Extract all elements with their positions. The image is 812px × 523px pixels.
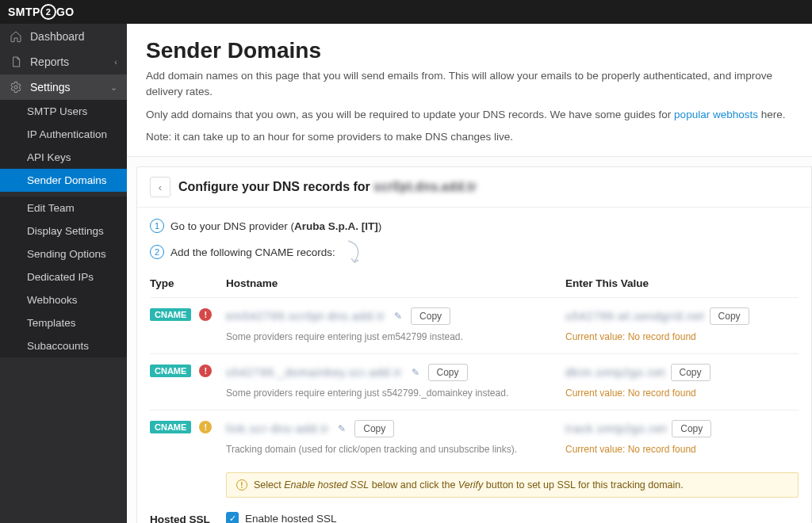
chevron-down-icon: ⌄ bbox=[110, 82, 117, 93]
hosted-ssl-row: Hosted SSL ✓ Enable hosted SSL We automa… bbox=[137, 509, 811, 523]
dns-table-head: Type Hostname Enter This Value bbox=[150, 271, 799, 297]
nav-settings-label: Settings bbox=[30, 81, 71, 94]
cname-badge: CNAME bbox=[150, 421, 191, 433]
hostname-masked: link.scr-dns-add.tr bbox=[226, 422, 329, 435]
copy-value-button[interactable]: Copy bbox=[672, 420, 711, 437]
step-2: 2 Add the following CNAME records: bbox=[150, 239, 799, 265]
value-masked: track.smtp2go.net bbox=[565, 422, 667, 435]
steps: 1 Go to your DNS provider (Aruba S.p.A. … bbox=[137, 208, 811, 265]
step-1: 1 Go to your DNS provider (Aruba S.p.A. … bbox=[150, 219, 799, 233]
cname-badge: CNAME bbox=[150, 365, 191, 377]
pencil-icon[interactable]: ✎ bbox=[408, 365, 423, 380]
page-desc-1: Add domain names on this page that you w… bbox=[146, 68, 793, 101]
settings-subnav-2: Edit Team Display Settings Sending Optio… bbox=[0, 197, 127, 357]
sub-templates[interactable]: Templates bbox=[0, 311, 127, 334]
nav-settings[interactable]: Settings ⌄ bbox=[0, 74, 127, 100]
panel-title: Configure your DNS records for scr0pt.dn… bbox=[178, 180, 477, 194]
sub-subaccounts[interactable]: Subaccounts bbox=[0, 334, 127, 357]
ssl-alert: ! Select Enable hosted SSL below and cli… bbox=[226, 472, 799, 498]
popular-webhosts-link[interactable]: popular webhosts bbox=[674, 109, 758, 120]
checkbox-checked-icon: ✓ bbox=[226, 512, 239, 523]
arrow-icon bbox=[345, 239, 366, 265]
sub-api-keys[interactable]: API Keys bbox=[0, 146, 127, 169]
dns-row: CNAME ! s542799._domainkey.scr.add.tr ✎ … bbox=[150, 353, 799, 410]
settings-subnav-1: SMTP Users IP Authentication API Keys Se… bbox=[0, 100, 127, 192]
page-desc-2: Only add domains that you own, as you wi… bbox=[146, 107, 793, 123]
copy-hostname-button[interactable]: Copy bbox=[428, 364, 468, 381]
hostname-masked: em542799.scr0pt-dns.add.tr bbox=[226, 310, 385, 323]
sub-dedicated-ips[interactable]: Dedicated IPs bbox=[0, 265, 127, 288]
dns-table: Type Hostname Enter This Value CNAME ! e… bbox=[137, 271, 811, 498]
hostname-note: Some providers require entering just em5… bbox=[226, 331, 565, 342]
error-status-icon: ! bbox=[199, 308, 212, 321]
dns-row: CNAME ! link.scr-dns-add.tr ✎ Copy Track… bbox=[150, 410, 799, 466]
sub-sending-options[interactable]: Sending Options bbox=[0, 242, 127, 265]
step-1-num: 1 bbox=[150, 219, 164, 233]
hostname-note: Some providers require entering just s54… bbox=[226, 387, 565, 399]
nav-reports[interactable]: Reports ‹ bbox=[0, 49, 127, 74]
warning-status-icon: ! bbox=[199, 421, 212, 433]
value-masked: u542799.wl.sendgrid.net bbox=[565, 310, 705, 323]
sub-ip-auth[interactable]: IP Authentication bbox=[0, 123, 127, 146]
sub-edit-team[interactable]: Edit Team bbox=[0, 197, 127, 220]
col-val-header: Enter This Value bbox=[565, 277, 799, 289]
brand-mid: 2 bbox=[40, 4, 56, 20]
copy-hostname-button[interactable]: Copy bbox=[411, 307, 450, 325]
chevron-left-icon: ‹ bbox=[114, 57, 117, 67]
error-status-icon: ! bbox=[199, 365, 212, 377]
page-title: Sender Domains bbox=[146, 38, 793, 63]
col-type-header: Type bbox=[150, 277, 226, 289]
pencil-icon[interactable]: ✎ bbox=[334, 421, 350, 437]
home-icon bbox=[10, 30, 22, 43]
brand-logo[interactable]: SMTP 2 GO bbox=[8, 4, 75, 20]
sub-display-settings[interactable]: Display Settings bbox=[0, 220, 127, 242]
alert-icon: ! bbox=[236, 479, 247, 491]
svg-point-0 bbox=[14, 86, 17, 89]
hostname-masked: s542799._domainkey.scr.add.tr bbox=[226, 366, 403, 379]
hostname-note: Tracking domain (used for click/open tra… bbox=[226, 444, 565, 455]
sub-smtp-users[interactable]: SMTP Users bbox=[0, 100, 127, 123]
cname-badge: CNAME bbox=[150, 308, 191, 321]
panel-back-button[interactable]: ‹ bbox=[150, 177, 170, 197]
sub-sender-domains[interactable]: Sender Domains bbox=[0, 169, 127, 192]
copy-value-button[interactable]: Copy bbox=[710, 307, 749, 325]
current-value: Current value: No record found bbox=[565, 331, 799, 342]
domain-masked: scr0pt.dns.add.tr bbox=[373, 180, 477, 193]
page-desc-3: Note: it can take up to an hour for some… bbox=[146, 129, 793, 145]
step-2-num: 2 bbox=[150, 245, 164, 259]
topbar: SMTP 2 GO bbox=[0, 0, 812, 24]
app-root: SMTP 2 GO Dashboard Reports ‹ Settings ⌄… bbox=[0, 0, 812, 523]
dns-panel: ‹ Configure your DNS records for scr0pt.… bbox=[136, 166, 812, 523]
value-masked: dkim.smtp2go.net bbox=[565, 366, 666, 379]
copy-value-button[interactable]: Copy bbox=[671, 364, 710, 381]
document-icon bbox=[10, 55, 22, 68]
nav-dashboard-label: Dashboard bbox=[30, 30, 85, 43]
sub-webhooks[interactable]: Webhooks bbox=[0, 288, 127, 311]
panel-header: ‹ Configure your DNS records for scr0pt.… bbox=[137, 167, 811, 208]
brand-right: GO bbox=[56, 6, 75, 18]
nav-dashboard[interactable]: Dashboard bbox=[0, 24, 127, 49]
pencil-icon[interactable]: ✎ bbox=[390, 308, 406, 324]
brand-left: SMTP bbox=[8, 6, 40, 18]
page-header: Sender Domains Add domain names on this … bbox=[127, 24, 812, 157]
nav-reports-label: Reports bbox=[30, 55, 69, 68]
col-host-header: Hostname bbox=[226, 277, 565, 289]
dns-row: CNAME ! em542799.scr0pt-dns.add.tr ✎ Cop… bbox=[150, 297, 799, 353]
sidebar: Dashboard Reports ‹ Settings ⌄ SMTP User… bbox=[0, 24, 127, 523]
current-value: Current value: No record found bbox=[565, 387, 799, 399]
current-value: Current value: No record found bbox=[565, 444, 799, 455]
main-content: Sender Domains Add domain names on this … bbox=[127, 24, 812, 523]
hosted-ssl-label: Hosted SSL bbox=[150, 512, 226, 523]
copy-hostname-button[interactable]: Copy bbox=[354, 420, 394, 437]
enable-hosted-ssl-checkbox[interactable]: ✓ Enable hosted SSL bbox=[226, 512, 799, 523]
gear-icon bbox=[10, 81, 22, 94]
